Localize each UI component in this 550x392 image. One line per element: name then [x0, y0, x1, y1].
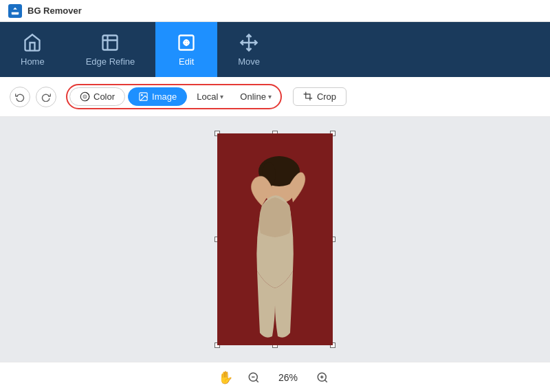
nav-item-edit[interactable]: Edit: [155, 22, 217, 77]
color-label: Color: [94, 91, 115, 102]
svg-line-12: [256, 380, 258, 382]
nav-edge-refine-label: Edge Refine: [86, 56, 135, 67]
toolbar: Color Image Local ▾: [0, 77, 550, 117]
nav-item-edge-refine[interactable]: Edge Refine: [65, 22, 156, 77]
svg-point-5: [83, 95, 87, 98]
subject-image: [217, 133, 333, 345]
local-dropdown[interactable]: Local ▾: [190, 88, 230, 105]
nav-home-label: Home: [21, 56, 45, 67]
svg-point-7: [141, 94, 142, 96]
redo-button[interactable]: [36, 87, 56, 107]
nav-bar: Home Edge Refine Edit Move: [0, 22, 550, 77]
online-chevron-icon: ▾: [268, 93, 272, 100]
crop-label: Crop: [317, 91, 336, 102]
nav-edit-label: Edit: [179, 56, 194, 67]
color-button[interactable]: Color: [69, 87, 125, 106]
svg-line-15: [324, 380, 327, 382]
svg-rect-1: [103, 35, 118, 50]
app-title: BG Remover: [28, 6, 82, 16]
nav-item-home[interactable]: Home: [0, 22, 65, 77]
online-dropdown[interactable]: Online ▾: [233, 88, 278, 105]
image-label: Image: [152, 91, 177, 102]
zoom-in-button[interactable]: [313, 368, 332, 387]
zoom-out-button[interactable]: [244, 368, 263, 387]
zoom-level: 26%: [274, 372, 302, 383]
nav-move-label: Move: [238, 56, 260, 67]
local-label: Local: [197, 91, 218, 102]
nav-item-move[interactable]: Move: [217, 22, 280, 77]
title-bar: BG Remover: [0, 0, 550, 22]
bg-options-group: Color Image Local ▾: [66, 84, 282, 109]
online-label: Online: [240, 91, 266, 102]
app-icon: [8, 4, 22, 18]
local-chevron-icon: ▾: [220, 93, 223, 100]
image-container[interactable]: [217, 133, 333, 345]
undo-button[interactable]: [10, 87, 30, 107]
crop-button[interactable]: Crop: [293, 87, 346, 106]
person-svg: [217, 133, 333, 345]
bottom-bar: ✋ 26%: [0, 362, 550, 392]
canvas-area: [0, 117, 550, 362]
image-button[interactable]: Image: [128, 87, 187, 106]
pan-icon[interactable]: ✋: [218, 370, 233, 385]
